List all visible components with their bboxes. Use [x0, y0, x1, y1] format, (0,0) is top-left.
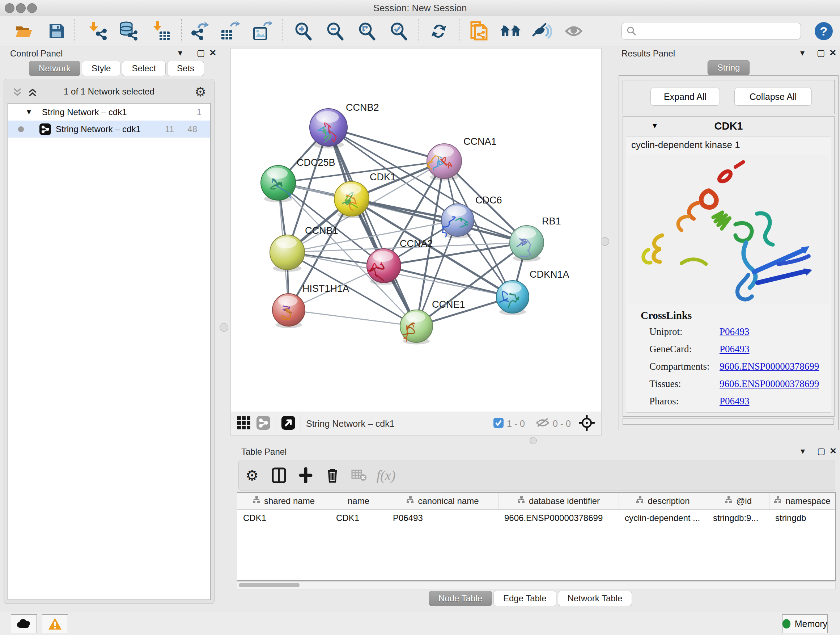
- table-options-gear-icon[interactable]: ⚙: [239, 464, 265, 486]
- tab-node-table[interactable]: Node Table: [429, 591, 492, 606]
- table-cell[interactable]: stringdb: [769, 510, 835, 526]
- delete-column-icon[interactable]: [319, 464, 346, 486]
- selected-count-checkbox-icon[interactable]: [493, 417, 504, 430]
- panel-close-icon[interactable]: ✕: [829, 48, 836, 58]
- zoom-fit-icon[interactable]: [356, 20, 378, 42]
- tab-style[interactable]: Style: [82, 61, 120, 76]
- right-splitter-grip[interactable]: [600, 237, 609, 246]
- collection-expander-icon[interactable]: ▼: [25, 108, 33, 116]
- expand-collapse-box: Expand All Collapse All: [622, 80, 835, 114]
- panel-menu-icon[interactable]: ▾: [800, 48, 805, 58]
- column-header-label: canonical name: [418, 496, 478, 506]
- warning-button[interactable]: [42, 614, 68, 633]
- string-eye-icon[interactable]: [563, 20, 584, 42]
- panel-close-icon[interactable]: ✕: [209, 48, 216, 58]
- tab-network[interactable]: Network: [29, 61, 80, 76]
- memory-button[interactable]: Memory: [782, 614, 828, 633]
- panel-float-icon[interactable]: ▢: [817, 446, 826, 456]
- delete-table-icon[interactable]: [346, 464, 373, 486]
- column-header-namespace[interactable]: namespace: [769, 493, 835, 509]
- search-input[interactable]: [637, 26, 790, 36]
- show-columns-icon[interactable]: [265, 464, 292, 486]
- import-network-file-icon[interactable]: [87, 20, 109, 42]
- node-CCNA2[interactable]: CCNA2: [367, 238, 433, 285]
- tab-edge-table[interactable]: Edge Table: [493, 591, 556, 606]
- node-details-header[interactable]: ▼ CDK1: [623, 117, 834, 135]
- column-header-@id[interactable]: @id: [707, 493, 769, 509]
- save-session-icon[interactable]: [46, 20, 67, 42]
- node-CCNB2[interactable]: CCNB2: [309, 102, 379, 149]
- table-cell[interactable]: 9606.ENSP00000378699: [499, 510, 619, 526]
- fit-selected-crosshair-icon[interactable]: [579, 415, 595, 432]
- string-home-icon[interactable]: [500, 20, 521, 42]
- table-horizontal-scrollbar[interactable]: [237, 581, 836, 589]
- table-cell[interactable]: CDK1: [237, 510, 330, 526]
- network-options-gear-icon[interactable]: ⚙: [195, 84, 206, 100]
- panel-close-icon[interactable]: ✕: [829, 446, 837, 456]
- crosslink-link[interactable]: P06493: [720, 326, 750, 337]
- column-header-name[interactable]: name: [330, 493, 387, 509]
- node-CCNA1[interactable]: CCNA1: [427, 136, 497, 181]
- tab-sets[interactable]: Sets: [167, 61, 204, 76]
- table-cell[interactable]: CDK1: [330, 510, 387, 526]
- tab-string[interactable]: String: [707, 60, 750, 75]
- create-column-icon[interactable]: [292, 464, 319, 486]
- panel-menu-icon[interactable]: ▾: [801, 446, 805, 456]
- panel-float-icon[interactable]: ▢: [817, 48, 825, 58]
- panel-menu-icon[interactable]: ▾: [178, 48, 182, 58]
- column-header-shared-name[interactable]: shared name: [237, 493, 330, 509]
- zoom-out-icon[interactable]: [324, 20, 346, 42]
- table-tabs: Node TableEdge TableNetwork Table: [429, 591, 633, 606]
- tab-select[interactable]: Select: [122, 61, 166, 76]
- import-network-database-icon[interactable]: [117, 20, 139, 42]
- cloud-button[interactable]: [11, 614, 37, 633]
- import-table-file-icon[interactable]: [150, 20, 172, 42]
- left-splitter-grip[interactable]: [219, 323, 228, 332]
- expand-all-button[interactable]: Expand All: [651, 88, 720, 106]
- panel-float-icon[interactable]: ▢: [197, 48, 205, 58]
- crosslink-link[interactable]: 9606.ENSP00000378699: [720, 378, 819, 390]
- export-network-icon[interactable]: [188, 20, 210, 42]
- crosslinks-title: CrossLinks: [641, 310, 692, 321]
- node-table: shared namenamecanonical namedatabase id…: [237, 492, 836, 581]
- collapse-all-button[interactable]: Collapse All: [734, 88, 812, 106]
- node-HIST1H1A[interactable]: HIST1H1A: [272, 283, 349, 328]
- zoom-in-icon[interactable]: [292, 20, 314, 42]
- crosslink-link[interactable]: 9606.ENSP00000378699: [720, 361, 819, 372]
- node-label-CDKN1A: CDKN1A: [530, 269, 569, 280]
- table-cell[interactable]: stringdb:9...: [707, 510, 769, 526]
- crosslink-link[interactable]: P06493: [720, 344, 750, 355]
- memory-label: Memory: [795, 619, 827, 629]
- open-session-icon[interactable]: [13, 20, 35, 42]
- column-header-database-identifier[interactable]: database identifier: [499, 493, 619, 509]
- string-hide-glass-icon[interactable]: [531, 20, 553, 42]
- network-share-icon[interactable]: [256, 416, 271, 432]
- node-RB1[interactable]: RB1: [510, 216, 561, 262]
- node-CDKN1A[interactable]: CDKN1A: [496, 269, 569, 315]
- toolbar-separator: [181, 19, 182, 42]
- scrollbar-thumb[interactable]: [239, 583, 300, 587]
- network-row[interactable]: String Network – cdk1 11 48: [8, 120, 210, 138]
- crosslink-link[interactable]: P06493: [720, 396, 750, 407]
- bottom-splitter-grip[interactable]: [530, 437, 537, 444]
- grid-view-icon[interactable]: [237, 416, 251, 432]
- export-table-icon[interactable]: [219, 20, 240, 42]
- hidden-count-eye-icon[interactable]: [535, 417, 550, 430]
- string-import-icon[interactable]: [467, 20, 489, 42]
- zoom-selected-icon[interactable]: [388, 20, 409, 42]
- help-button[interactable]: ?: [815, 22, 833, 40]
- apply-layout-icon[interactable]: [428, 20, 450, 42]
- network-collection-row[interactable]: ▼ String Network – cdk1 1: [8, 103, 210, 120]
- node-CCNB1[interactable]: CCNB1: [270, 225, 338, 272]
- table-cell[interactable]: cyclin-dependent ...: [619, 510, 707, 526]
- birdseye-toggle-icon[interactable]: [281, 416, 295, 432]
- column-header-canonical-name[interactable]: canonical name: [387, 493, 499, 509]
- network-canvas[interactable]: CCNB2CCNA1CDC25BCDK1CDC6RB1CCNB1CCNA2CDK…: [231, 49, 601, 412]
- column-header-description[interactable]: description: [619, 493, 707, 509]
- tab-network-table[interactable]: Network Table: [558, 591, 632, 606]
- cloud-icon: [16, 618, 32, 629]
- table-row[interactable]: CDK1CDK1P064939606.ENSP00000378699cyclin…: [237, 510, 835, 526]
- function-builder-icon[interactable]: f(x): [373, 464, 399, 486]
- table-cell[interactable]: P06493: [387, 510, 499, 526]
- export-image-icon[interactable]: [251, 20, 272, 42]
